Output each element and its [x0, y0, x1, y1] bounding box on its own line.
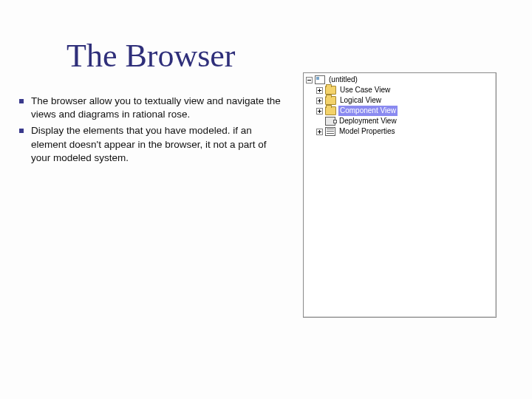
properties-icon	[325, 127, 335, 136]
bullet-item: Display the elements that you have model…	[19, 124, 285, 165]
tree-node-logical-view[interactable]: Logical View	[306, 95, 494, 106]
bullet-list: The browser allow you to textually view …	[19, 95, 285, 168]
expand-icon[interactable]	[316, 98, 323, 104]
bullet-text: Display the elements that you have model…	[31, 124, 285, 165]
expand-icon[interactable]	[316, 87, 323, 94]
tree-indent	[306, 126, 316, 137]
tree-indent	[306, 116, 316, 126]
square-bullet-icon	[19, 129, 24, 133]
slide: The Browser The browser allow you to tex…	[0, 0, 532, 399]
collapse-icon[interactable]	[306, 77, 313, 83]
tree-node-label: Deployment View	[338, 116, 398, 126]
tree-indent	[316, 116, 325, 126]
tree-node-label: Component View	[338, 106, 398, 116]
tree-node-label: Use Case View	[338, 85, 392, 95]
bullet-text: The browser allow you to textually view …	[31, 95, 285, 121]
tree-node-label: Model Properties	[338, 126, 397, 137]
tree-node-label: Logical View	[338, 95, 383, 106]
tree-node-use-case-view[interactable]: Use Case View	[306, 85, 494, 95]
tree-root[interactable]: (untitled)	[306, 75, 494, 85]
folder-icon	[325, 106, 336, 115]
tree-node-deployment-view[interactable]: Deployment View	[306, 116, 494, 126]
tree-node-label: (untitled)	[327, 75, 359, 85]
square-bullet-icon	[19, 99, 24, 103]
bullet-item: The browser allow you to textually view …	[19, 95, 285, 121]
model-icon	[315, 75, 325, 84]
tree-node-model-properties[interactable]: Model Properties	[306, 126, 494, 137]
deployment-icon	[325, 117, 335, 126]
folder-icon	[325, 86, 336, 95]
expand-icon[interactable]	[316, 129, 323, 135]
expand-icon[interactable]	[316, 108, 323, 115]
tree-indent	[306, 85, 316, 95]
folder-icon	[325, 96, 336, 105]
tree-indent	[306, 95, 316, 106]
tree-node-component-view[interactable]: Component View	[306, 106, 494, 116]
browser-tree-panel[interactable]: (untitled) Use Case View Logical View Co…	[303, 72, 497, 318]
tree-indent	[306, 106, 316, 116]
slide-title: The Browser	[66, 37, 236, 75]
